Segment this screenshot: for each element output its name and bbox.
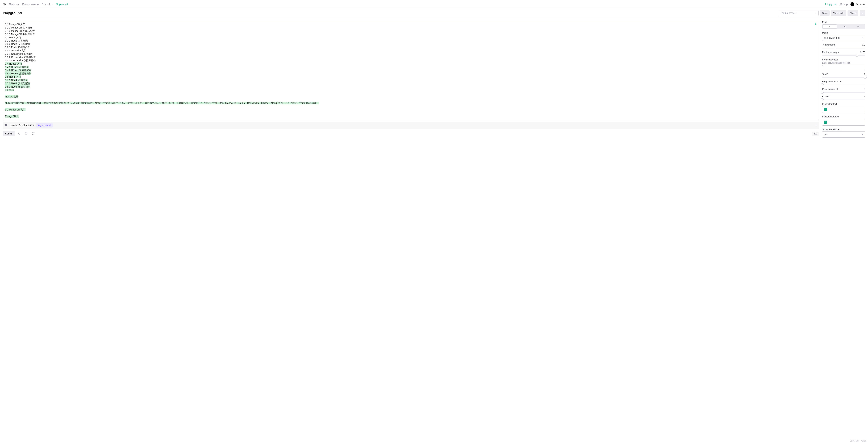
editor-line: 3.6 总结	[5, 88, 817, 92]
editor-line	[5, 98, 817, 101]
svg-point-3	[851, 4, 852, 4]
upgrade-link[interactable]: Upgrade	[825, 3, 837, 5]
freq-slider[interactable]	[822, 85, 865, 85]
editor-line: 3.4.3 HBase 数据库操作	[5, 72, 817, 75]
svg-point-0	[3, 3, 5, 5]
user-label: Personal	[856, 3, 865, 5]
nav-playground[interactable]: Playground	[56, 3, 68, 5]
stop-input[interactable]	[822, 65, 865, 70]
nav-items: Overview Documentation Examples Playgrou…	[9, 3, 68, 5]
pres-value: 0	[864, 88, 865, 90]
editor-line: 3.5.1 Neo4j 基本概念	[5, 79, 817, 82]
banner-close-button[interactable]: ✕	[815, 124, 817, 127]
mode-label: Mode	[822, 21, 865, 24]
svg-rect-5	[815, 24, 816, 25]
freq-value: 0	[864, 80, 865, 83]
refresh-icon	[25, 132, 27, 135]
save-button[interactable]: Save	[820, 10, 830, 16]
nav-documentation[interactable]: Documentation	[22, 3, 38, 5]
topp-slider[interactable]	[822, 77, 865, 78]
temperature-slider[interactable]	[822, 48, 865, 49]
svg-rect-7	[6, 125, 6, 126]
history-button[interactable]	[30, 131, 36, 137]
editor-footer: Cancel 292	[3, 131, 819, 137]
freq-param: Frequency penalty 0	[822, 80, 865, 85]
freq-label: Frequency penalty	[822, 80, 841, 83]
upgrade-label: Upgrade	[827, 3, 837, 5]
maxlen-slider[interactable]	[822, 55, 865, 56]
nav-examples[interactable]: Examples	[42, 3, 53, 5]
cancel-button[interactable]: Cancel	[3, 131, 15, 136]
model-label: Model	[822, 31, 865, 34]
show-prob-label: Show probabilities	[822, 128, 865, 131]
maxlen-value: 3250	[860, 51, 865, 54]
inject-restart-checkbox[interactable]: ✓	[824, 121, 827, 124]
share-button[interactable]: Share	[847, 10, 858, 16]
editor-line: 3.3.2 Cassandra 安装与配置	[5, 56, 817, 59]
pres-slider[interactable]	[822, 92, 865, 93]
editor-content: 3.1 MongoDB 入门3.1.1 MongoDB 基本概念3.1.2 Mo…	[5, 23, 817, 118]
nav-overview[interactable]: Overview	[9, 3, 19, 5]
topp-param: Top P 1	[822, 73, 865, 78]
bestof-value: 1	[864, 95, 865, 98]
topp-value: 1	[864, 73, 865, 76]
show-prob-value: Off	[824, 133, 827, 136]
edit-icon	[857, 25, 860, 28]
regenerate-button[interactable]	[23, 131, 29, 137]
openai-logo-icon	[3, 3, 6, 6]
editor-line: 3.2.2 Redis 安装与配置	[5, 42, 817, 46]
microphone-icon[interactable]	[814, 23, 817, 26]
editor-line: 3.4 HBase 入门	[5, 62, 817, 65]
try-it-now-link[interactable]: Try it now	[36, 123, 53, 127]
inject-start-checkbox[interactable]: ✓	[824, 108, 827, 111]
bestof-slider[interactable]	[822, 99, 865, 100]
view-code-button[interactable]: View code	[831, 10, 846, 16]
top-nav: Overview Documentation Examples Playgrou…	[0, 0, 868, 8]
page-title: Playground	[3, 11, 22, 15]
editor-line: 3.3.1 Cassandra 基本概念	[5, 52, 817, 56]
settings-sidebar: Mode Model text-davinci-003 ▾	[822, 21, 865, 138]
model-value: text-davinci-003	[824, 37, 840, 39]
subheader: Playground Load a preset... ▾ Save View …	[0, 8, 868, 18]
editor-line: 3.4.2 HBase 安装与配置	[5, 69, 817, 72]
editor-line: 3.2 Redis 入门	[5, 36, 817, 39]
insert-icon	[843, 25, 845, 28]
show-prob-select[interactable]: Off ▾	[822, 131, 865, 138]
editor-line: 3.1 MongoDB 入门	[5, 108, 817, 111]
chevron-down-icon: ▾	[862, 37, 863, 39]
help-label: Help	[843, 3, 848, 5]
temperature-param: Temperature 0.3	[822, 43, 865, 49]
user-menu[interactable]: Personal	[850, 2, 865, 6]
undo-icon	[18, 132, 20, 135]
preset-select[interactable]: Load a preset... ▾	[779, 10, 818, 16]
inject-restart-input[interactable]: ✓	[822, 119, 865, 126]
maxlen-label: Maximum length	[822, 51, 839, 54]
inject-restart-label: Inject restart text	[822, 115, 865, 118]
editor-line: 3.1.3 MongoDB 数据库操作	[5, 33, 817, 36]
external-link-icon	[49, 124, 51, 127]
editor-line: 3.5.2 Neo4j 安装与配置	[5, 82, 817, 85]
model-select[interactable]: text-davinci-003 ▾	[822, 35, 865, 41]
preset-placeholder: Load a preset...	[780, 12, 797, 14]
editor-line: 3.3 Cassandra 入门	[5, 49, 817, 52]
undo-button[interactable]	[16, 131, 22, 137]
more-button[interactable]: ⋯	[860, 10, 865, 16]
info-icon	[5, 124, 8, 127]
editor-line: 3.5.3 Neo4j 数据库操作	[5, 85, 817, 88]
editor-line	[5, 105, 817, 108]
prompt-editor[interactable]: 3.1 MongoDB 入门3.1.1 MongoDB 基本概念3.1.2 Mo…	[3, 21, 819, 120]
topp-label: Top P	[822, 73, 828, 76]
stop-hint: Enter sequence and press Tab	[822, 62, 865, 64]
svg-point-4	[853, 4, 853, 4]
editor-line: 3.2.3 Redis 数据库操作	[5, 46, 817, 49]
help-icon	[840, 3, 842, 5]
mode-edit[interactable]	[851, 24, 865, 29]
bestof-param: Best of 1	[822, 95, 865, 100]
pres-param: Presence penalty 0	[822, 88, 865, 93]
more-icon: ⋯	[861, 12, 864, 14]
mode-toggle	[822, 24, 865, 29]
inject-start-input[interactable]: ✓	[822, 106, 865, 113]
mode-insert[interactable]	[837, 24, 851, 29]
mode-complete[interactable]	[823, 25, 837, 29]
help-link[interactable]: Help	[840, 3, 848, 5]
